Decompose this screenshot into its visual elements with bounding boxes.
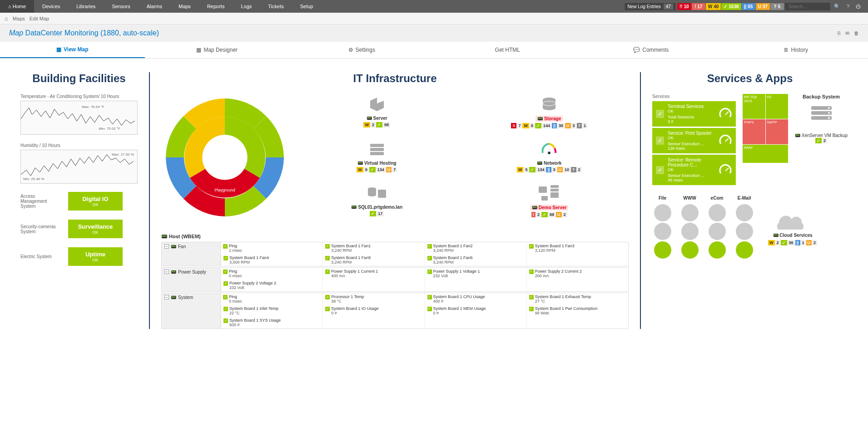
infra-cell-network[interactable]: 📟 NetworkW5✓134||3U10?2 [470,139,629,176]
treemap-cell[interactable]: IIS [766,94,789,119]
host-cell[interactable]: ✓System Board 1 CPU Usage400 # [425,293,526,305]
breadcrumb-home-icon[interactable]: ⌂ [5,15,8,22]
traffic-light-e-mail[interactable]: E-Mail [734,196,754,260]
infra-cell-sql01-prtgdemo-lan[interactable]: 📟 SQL01.prtgdemo.lan✓17 [298,183,456,221]
traffic-light-www[interactable]: WWW [680,196,700,260]
page-title-bar: Map DataCenter Monitoring (1880, auto-sc… [0,24,868,42]
breadcrumb-maps[interactable]: Maps [13,16,25,21]
tab-view-map[interactable]: ▦View Map [0,42,145,58]
system-status-button[interactable]: SurveillanceOK [68,220,123,238]
host-cell[interactable]: ✓Processor 1 Temp38 °C [322,293,424,305]
status-badge[interactable]: !17 [692,3,705,10]
system-status-button[interactable]: Digital IOOK [68,192,123,211]
host-cell[interactable]: ✓System Board 1 Fan33,120 RPM [526,242,628,254]
service-item[interactable]: ✓Service: Print SpoolerOKSensor Executio… [652,128,736,153]
host-cell[interactable]: ✓System Board 1 Pwr Consumption98 Watt [526,305,628,317]
host-cell[interactable]: ✓Ping0 msec [221,268,322,279]
service-item[interactable]: ✓Terminal ServicesOKTotal Sessions3 # [652,101,736,127]
infra-badges: ✓17 [298,211,456,216]
check-icon: ✓ [529,244,534,249]
service-item[interactable]: ✓Service: Remote Procedure C...OKSensor … [652,155,736,185]
infra-cell-virtual-hosting[interactable]: 📟 Virtual HostingW9✓134U7 [298,139,456,176]
host-cell[interactable]: ✓Ping1 msec [221,242,322,254]
treemap-cell[interactable]: MS SQL 2016 [743,94,765,119]
status-badge[interactable]: U37 [756,3,770,10]
treemap-cell[interactable]: IMAP [743,145,788,163]
tab-icon: ▦ [56,46,61,53]
traffic-light-file[interactable]: File [652,196,673,260]
nav-setup[interactable]: Setup [292,0,322,13]
tab-icon: 🗎 [784,47,789,53]
host-cell[interactable]: ✓System Board 1 SYS Usage600 # [221,317,322,328]
host-cell[interactable]: ✓System Board 1 Inlet Temp22 °C [221,305,322,317]
services-box: Services ✓Terminal ServicesOKTotal Sessi… [652,94,848,186]
host-cell[interactable]: ✓System Board 1 Fan13,240 RPM [322,242,424,254]
host-cell[interactable]: ✓System Board 1 Fan43,000 RPM [221,254,322,266]
status-badge[interactable]: ||65 [742,3,755,10]
status-badge[interactable]: W40 [706,3,721,10]
search-input[interactable] [785,3,830,10]
treemap-cell[interactable]: SMTP [766,119,789,144]
host-category[interactable]: −📟Power Supply [162,268,221,291]
infra-badges: W5✓134||3U10?2 [470,167,629,172]
host-cell[interactable]: ✓System Board 1 Fan53,240 RPM [322,254,424,266]
nav-tickets[interactable]: Tickets [260,0,292,13]
nav-devices[interactable]: Devices [34,0,68,13]
sunburst-chart[interactable]: Playground [161,94,288,221]
tab-comments[interactable]: 💬Comments [579,42,724,58]
home-icon: ⌂ [8,4,11,9]
power-icon[interactable]: ⏻ [853,4,863,9]
expand-icon[interactable]: − [164,244,169,249]
tab-settings[interactable]: ⚙Settings [289,42,434,58]
chart-canvas[interactable]: Max: 27.60 % Min: 25.40 % [20,150,138,184]
tab-map-designer[interactable]: ▦Map Designer [145,42,290,58]
infra-cell-storage[interactable]: 📟 Storage!!7W6✓144||36U3?1 [470,94,629,132]
systems-list: Access Management SystemDigital IOOKSecu… [20,192,138,266]
host-cell[interactable]: ✓System Board 1 Fan23,240 RPM [425,242,526,254]
status-badge[interactable]: !!10 [677,3,691,10]
new-log-entries[interactable]: New Log Entries 47 [624,2,676,11]
page-title-name: DataCenter Monitoring (1880, auto-scale) [25,29,159,37]
host-cell[interactable]: ✓Power Supply 2 Voltage 2232 Volt [221,279,322,291]
status-badge[interactable]: ?5 [770,3,784,10]
infra-badges: W2✓98 [298,122,456,127]
system-status-button[interactable]: UptimeOK [68,247,123,266]
nav-logs[interactable]: Logs [233,0,260,13]
action-delete-icon[interactable]: 🗑 [854,30,859,36]
tab-get-html[interactable]: Get HTML [434,42,579,58]
chart-canvas[interactable]: Max: 76.64 °F Min: 75.02 °F [20,101,138,135]
nav-alarms[interactable]: Alarms [139,0,170,13]
action-export-icon[interactable]: ⎘ [838,30,841,36]
host-cell[interactable]: ✓Power Supply 1 Current 1400 mA [322,268,424,279]
host-category[interactable]: −📟System [162,293,221,328]
help-icon[interactable]: ? [844,4,852,9]
action-email-icon[interactable]: ✉ [845,30,849,36]
infra-cell-demo-server[interactable]: 📟 Demo Server!2✓88U2 [470,183,629,221]
traffic-light-ecom[interactable]: eCom [707,196,727,260]
svg-rect-13 [541,196,548,201]
host-cell[interactable]: ✓System Board 1 Fan63,240 RPM [425,254,526,266]
infra-cell-server[interactable]: 📟 ServerW2✓98 [298,94,456,132]
nav-reports[interactable]: Reports [199,0,233,13]
host-cell[interactable]: ✓System Board 1 IO Usage0 # [322,305,424,317]
tab-history[interactable]: 🗎History [724,42,868,58]
nav-maps[interactable]: Maps [170,0,199,13]
treemap-cell[interactable]: POP3 [743,119,765,144]
treemap[interactable]: MS SQL 2016IISPOP3SMTPIMAP [743,94,788,186]
nav-home[interactable]: ⌂ Home [0,0,34,13]
nav-sensors[interactable]: Sensors [104,0,138,13]
host-cell-empty [425,279,526,291]
host-cell[interactable]: ✓System Board 1 MEM Usage0 # [425,305,526,317]
expand-icon[interactable]: − [164,295,169,299]
host-cell[interactable]: ✓System Board 1 Exhaust Temp27 °C [526,293,628,305]
host-category[interactable]: −📟Fan [162,242,221,266]
host-cell[interactable]: ✓Power Supply 2 Current 2200 mA [526,268,628,279]
nav-libraries[interactable]: Libraries [68,0,104,13]
svg-rect-11 [551,189,559,191]
host-cell[interactable]: ✓Ping0 msec [221,293,322,305]
expand-icon[interactable]: − [164,269,169,274]
search-icon[interactable]: 🔍 [831,4,843,10]
status-badge[interactable]: ✓1638 [721,3,741,10]
breadcrumb-edit[interactable]: Edit Map [30,16,49,21]
host-cell[interactable]: ✓Power Supply 1 Voltage 1232 Volt [425,268,526,279]
